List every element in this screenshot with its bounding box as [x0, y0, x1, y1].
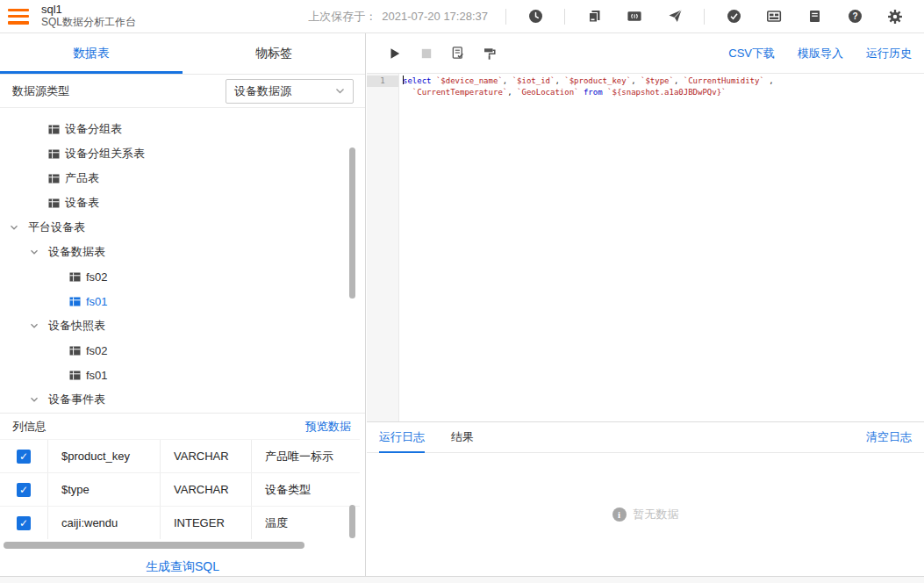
- table-icon: [48, 198, 60, 209]
- generate-sql-button[interactable]: 生成查询SQL: [146, 559, 219, 575]
- tree-item-产品表[interactable]: 产品表: [0, 166, 365, 191]
- code-segment: select: [403, 76, 432, 85]
- chevron-down-icon[interactable]: [29, 394, 39, 405]
- code-segment: `GeoLocation`: [517, 88, 578, 97]
- header: sql1 SQL数据分析工作台 上次保存于：2021-07-20 17:28:3…: [0, 0, 924, 33]
- title-block: sql1 SQL数据分析工作台: [41, 4, 136, 29]
- log-tabbar: 运行日志 结果 清空日志: [367, 421, 924, 453]
- column-desc: 产品唯一标示: [252, 440, 360, 472]
- column-row: ✓caiji:wenduINTEGER温度: [0, 506, 360, 539]
- csv-download-link[interactable]: CSV下载: [728, 46, 775, 61]
- tree-item-设备快照表[interactable]: 设备快照表: [0, 313, 365, 338]
- preview-data-link[interactable]: 预览数据: [305, 419, 351, 435]
- table-icon: [69, 271, 81, 283]
- checkbox[interactable]: ✓: [17, 483, 31, 497]
- column-name: $product_key: [48, 440, 161, 472]
- tree-item-label: 平台设备表: [28, 220, 85, 235]
- template-import-link[interactable]: 模版导入: [798, 46, 843, 61]
- sidebar-tabbar: 数据表 物标签: [0, 33, 365, 75]
- table-icon: [69, 370, 81, 381]
- datasource-label: 数据源类型: [12, 83, 69, 99]
- tab-data-tables[interactable]: 数据表: [0, 33, 183, 74]
- header-actions: 上次保存于：2021-07-20 17:28:37 ?: [308, 9, 924, 25]
- tree-item-设备事件表[interactable]: 设备事件表: [0, 387, 365, 412]
- column-table-scrollbar[interactable]: [349, 505, 355, 538]
- console-icon[interactable]: [627, 9, 642, 25]
- tab-run-log[interactable]: 运行日志: [379, 421, 425, 453]
- tree-item-设备数据表[interactable]: 设备数据表: [0, 240, 365, 264]
- code-segment: `$type`: [641, 76, 674, 85]
- validate-icon[interactable]: [451, 47, 465, 61]
- table-icon: [48, 173, 60, 184]
- tree-item-fs01[interactable]: fs01: [0, 289, 365, 313]
- checkbox[interactable]: ✓: [17, 516, 31, 530]
- column-info-header: 列信息 预览数据: [0, 413, 365, 439]
- stop-icon: [419, 47, 433, 61]
- tree-item-label: 产品表: [65, 170, 99, 186]
- separator: [505, 9, 506, 25]
- check-circle-icon[interactable]: [726, 9, 741, 25]
- datasource-row: 数据源类型 设备数据源: [0, 75, 365, 108]
- sql-editor[interactable]: 1 select `$device_name`, `$iot_id`, `$pr…: [367, 74, 924, 421]
- editor-code[interactable]: select `$device_name`, `$iot_id`, `$prod…: [399, 74, 924, 421]
- settings-icon[interactable]: [887, 9, 903, 25]
- empty-text: 暂无数据: [634, 507, 679, 522]
- editor-gutter: 1: [367, 74, 399, 421]
- toolbar-icons: [388, 47, 514, 61]
- tree-item-label: 设备分组关系表: [65, 146, 145, 162]
- column-type: INTEGER: [161, 507, 252, 539]
- grid-icon[interactable]: [766, 9, 782, 25]
- clock-icon[interactable]: [527, 9, 543, 25]
- column-table-hscrollbar[interactable]: [4, 542, 304, 549]
- page-title: sql1: [41, 4, 136, 17]
- tab-thing-labels[interactable]: 物标签: [183, 33, 365, 74]
- chevron-down-icon: [335, 86, 345, 96]
- line-number: 1: [367, 76, 398, 87]
- chevron-down-icon[interactable]: [29, 320, 39, 331]
- copy-icon[interactable]: [586, 9, 602, 25]
- send-icon[interactable]: [667, 9, 683, 25]
- table-icon: [48, 148, 60, 160]
- code-segment: ,: [503, 76, 512, 85]
- chevron-down-icon[interactable]: [9, 222, 19, 233]
- tree-item-设备分组关系表[interactable]: 设备分组关系表: [0, 141, 365, 166]
- tab-result[interactable]: 结果: [451, 421, 474, 453]
- tree-item-fs02[interactable]: fs02: [0, 264, 365, 289]
- chevron-down-icon[interactable]: [29, 247, 39, 257]
- document-icon[interactable]: [806, 9, 822, 25]
- footer-strip: [0, 576, 924, 583]
- last-saved-label: 上次保存于：: [308, 10, 376, 23]
- header-icons: ?: [497, 9, 915, 25]
- hamburger-menu-icon[interactable]: [8, 9, 29, 25]
- help-icon[interactable]: ?: [847, 9, 863, 25]
- tree-item-label: 设备分组表: [65, 121, 122, 137]
- code-line: select `$device_name`, `$iot_id`, `$prod…: [403, 76, 924, 87]
- run-history-link[interactable]: 运行历史: [866, 46, 912, 61]
- tree-item-label: fs02: [86, 344, 108, 357]
- datasource-select[interactable]: 设备数据源: [226, 79, 354, 104]
- tree-item-label: 设备快照表: [48, 318, 105, 334]
- code-segment: ,: [764, 76, 774, 85]
- datasource-value: 设备数据源: [234, 83, 291, 99]
- clear-log-link[interactable]: 清空日志: [866, 429, 912, 445]
- code-segment: ,: [674, 76, 684, 85]
- table-icon: [69, 345, 81, 356]
- tree-item-label: fs02: [86, 270, 108, 284]
- checkbox[interactable]: ✓: [17, 450, 31, 464]
- tree-scrollbar[interactable]: [349, 148, 355, 299]
- table-icon: [48, 124, 60, 135]
- format-icon[interactable]: [483, 47, 497, 61]
- code-segment: ,: [555, 76, 564, 85]
- info-icon: i: [612, 507, 627, 522]
- column-name: caiji:wendu: [48, 507, 161, 539]
- tree-item-设备表[interactable]: 设备表: [0, 191, 365, 215]
- column-row: ✓$typeVARCHAR设备类型: [0, 472, 360, 506]
- column-desc: 温度: [252, 507, 360, 539]
- tree-item-平台设备表[interactable]: 平台设备表: [0, 215, 365, 240]
- tree-item-fs02[interactable]: fs02: [0, 338, 365, 363]
- tree-item-fs01[interactable]: fs01: [0, 363, 365, 387]
- tree-item-设备分组表[interactable]: 设备分组表: [0, 117, 365, 141]
- code-segment: `CurrentTemperature`: [412, 88, 507, 97]
- run-icon[interactable]: [388, 47, 402, 61]
- sidebar: 数据表 物标签 数据源类型 设备数据源 设备分组表设备分组关系表产品表设备表平台…: [0, 33, 366, 576]
